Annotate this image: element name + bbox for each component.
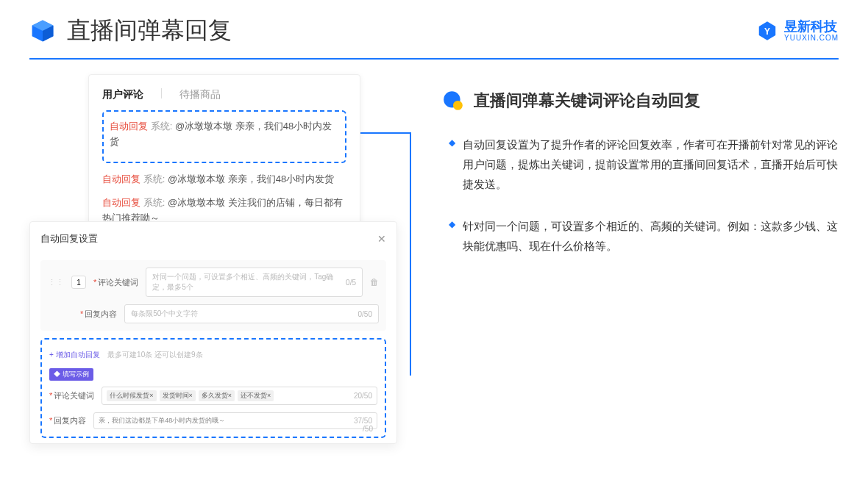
comment-text: @冰墩墩本墩 亲亲，我们48小时内发货 [168,173,334,184]
page-title: 直播间弹幕回复 [67,15,232,47]
comment-row: 自动回复 系统: @冰墩墩本墩 亲亲，我们48小时内发货 [102,172,346,187]
brand-name-en: YUUXIN.COM [784,34,839,42]
close-icon[interactable]: ✕ [377,233,386,245]
auto-reply-settings-panel: 自动回复设置 ✕ ⋮⋮ 1 *评论关键词 对同一个问题，可设置多个相近、高频的关… [29,221,397,444]
counter: 20/50 [354,392,372,400]
system-label: 系统: [143,197,166,208]
chat-bubble-icon [441,89,465,112]
auto-reply-tag: 自动回复 [102,197,140,208]
chip: 什么时候发货× [107,390,156,401]
ex-content-label: *回复内容 [49,415,86,426]
chip: 多久发货× [199,390,235,401]
tab-pending-goods[interactable]: 待播商品 [179,88,221,101]
add-hint: 最多可建10条 还可以创建9条 [107,351,202,359]
chip: 还不发货× [238,390,274,401]
bullet-item: ◆ 针对同一个问题，可设置多个相近的、高频的关键词。例如：这款多少钱、这块能优惠… [449,216,839,256]
section-title: 直播间弹幕关键词评论自动回复 [474,90,700,112]
form-block: ⋮⋮ 1 *评论关键词 对同一个问题，可设置多个相近、高频的关键词，Tag确定，… [40,260,386,331]
counter: 37/50 [354,417,372,425]
comments-panel: 用户评论 待播商品 自动回复 系统: @冰墩墩本墩 亲亲，我们48小时内发货 自… [88,74,360,239]
content-label: *回复内容 [80,309,117,320]
svg-point-5 [453,101,463,110]
cube-icon [29,18,56,44]
ex-content-text: 亲，我们这边都是下单48小时内发货的哦～ [99,416,225,426]
chip: 发货时间× [160,390,196,401]
tabs: 用户评论 待播商品 [102,88,346,110]
bullet-text: 针对同一个问题，可设置多个相近的、高频的关键词。例如：这款多少钱、这块能优惠吗、… [463,216,839,256]
auto-reply-tag: 自动回复 [110,121,148,132]
header-divider [29,58,839,60]
svg-text:Y: Y [764,26,770,36]
chips: 什么时候发货× 发货时间× 多久发货× 还不发货× [107,390,274,401]
system-label: 系统: [143,173,166,184]
keyword-label: *评论关键词 [93,277,138,288]
tab-user-comments[interactable]: 用户评论 [102,88,143,101]
example-tag: ◆ 填写示例 [49,368,93,381]
keyword-input[interactable]: 对同一个问题，可设置多个相近、高频的关键词，Tag确定，最多5个 0/5 [146,268,363,297]
auto-reply-tag: 自动回复 [102,173,140,184]
placeholder: 对同一个问题，可设置多个相近、高频的关键词，Tag确定，最多5个 [152,272,346,293]
add-auto-reply-link[interactable]: + 增加自动回复 [49,351,100,359]
system-label: 系统: [151,121,173,132]
tab-divider [161,88,162,98]
example-block: + 增加自动回复 最多可建10条 还可以创建9条 ◆ 填写示例 *评论关键词 什… [40,338,386,438]
panel-title: 自动回复设置 [40,232,98,245]
ex-keyword-label: *评论关键词 [49,390,94,401]
content-input[interactable]: 每条限50个中文字符 0/50 [124,304,379,323]
index-badge: 1 [71,276,86,289]
add-row: + 增加自动回复 最多可建10条 还可以创建9条 [49,347,377,360]
brand-logo: Y 昱新科技 YUUXIN.COM [756,20,839,43]
diamond-icon: ◆ [449,137,455,194]
counter: 0/50 [358,310,372,318]
highlighted-comment: 自动回复 系统: @冰墩墩本墩 亲亲，我们48小时内发货 [102,110,346,163]
drag-icon[interactable]: ⋮⋮ [48,278,64,287]
bullet-text: 自动回复设置为了提升作者的评论回复效率，作者可在开播前针对常见的评论用户问题，提… [463,134,839,194]
ex-keyword-input: 什么时候发货× 发货时间× 多久发货× 还不发货× 20/50 [102,387,377,405]
brand-name-cn: 昱新科技 [784,20,839,35]
comment-row: 自动回复 系统: @冰墩墩本墩 亲亲，我们48小时内发货 [110,119,339,150]
diamond-icon: ◆ [449,219,455,256]
bullet-item: ◆ 自动回复设置为了提升作者的评论回复效率，作者可在开播前针对常见的评论用户问题… [449,134,839,194]
counter: 0/5 [346,279,356,287]
placeholder: 每条限50个中文字符 [131,309,198,319]
ex-content-input: 亲，我们这边都是下单48小时内发货的哦～ 37/50 [93,412,377,429]
brand-icon: Y [756,20,778,42]
delete-icon[interactable]: 🗑 [370,277,379,287]
